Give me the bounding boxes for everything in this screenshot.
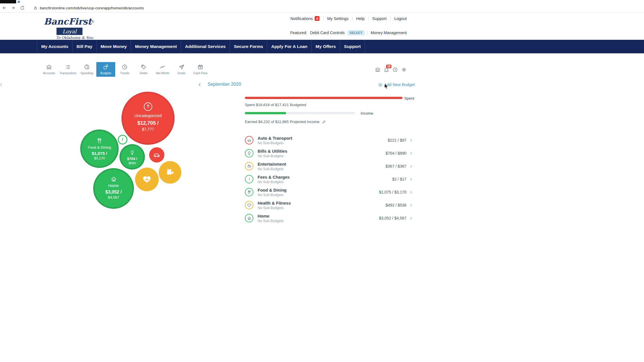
chevron-right-icon [409, 139, 413, 142]
nav-bill-pay[interactable]: Bill Pay [72, 40, 96, 53]
notifications-bell-icon[interactable]: 18 [384, 67, 389, 73]
logout-link[interactable]: Logout [390, 16, 407, 21]
bubble-bills-utilities[interactable]: $704 / $890 [119, 144, 145, 170]
screenshot-root: bancfirstonline.com/tob/live/usp-core/ap… [0, 0, 644, 362]
main-nav: My Accounts Bill Pay Move Money Money Ma… [0, 40, 644, 53]
browser-toolbar: bancfirstonline.com/tob/live/usp-core/ap… [0, 3, 644, 13]
budget-list: Auto & Transport No Sub-Budgets $221 / $… [245, 134, 413, 225]
tab-spending[interactable]: Spending [77, 62, 96, 77]
bubble-name: Food & Dining [88, 145, 111, 150]
budget-name: Food & Dining [258, 188, 286, 192]
my-settings-link[interactable]: My Settings [323, 16, 352, 21]
back-icon[interactable] [2, 5, 7, 10]
browser-tab[interactable] [0, 0, 16, 3]
chevron-right-icon [409, 190, 413, 194]
bubble-spent: $12,705 / [137, 120, 158, 126]
nav-secure-forms[interactable]: Secure Forms [230, 40, 267, 53]
lightbulb-icon [245, 149, 253, 157]
tab-goals[interactable]: Goals [172, 62, 191, 77]
help-icon[interactable]: ? [392, 67, 398, 73]
income-bar-label: Income [361, 111, 373, 115]
income-progress-fill [245, 112, 286, 114]
previous-month-icon[interactable] [197, 82, 202, 87]
help-link[interactable]: Help [352, 16, 368, 21]
bubble-food-dining[interactable]: Food & Dining $1,075 / $3,170 [80, 130, 119, 168]
paper-plane-icon [179, 64, 184, 70]
utility-links: Notifications 4 My Settings Help Support… [290, 16, 407, 21]
nav-support[interactable]: Support [340, 40, 365, 53]
tab-cash-flow[interactable]: $ Cash Flow [191, 62, 210, 77]
price-tag-icon [141, 64, 147, 70]
bubble-entertainment[interactable] [159, 161, 181, 184]
bubble-auto-transport[interactable] [149, 147, 164, 163]
bubble-spent: $1,075 / [92, 151, 107, 156]
select-button[interactable]: SELECT [347, 30, 365, 35]
tab-budgets[interactable]: Budgets [96, 62, 115, 77]
tab-transactions[interactable]: Transactions [58, 62, 77, 77]
notifications-link[interactable]: Notifications 4 [290, 16, 323, 21]
period-label: September 2020 [208, 82, 241, 87]
bubble-spent: $3,052 / [105, 190, 122, 195]
video-camera-icon [166, 168, 174, 177]
bubble-fees-charges[interactable]: ! [118, 135, 127, 144]
tab-net-worth[interactable]: Net Worth [153, 62, 172, 77]
bancfirst-logo[interactable]: BancFirst® Loyal To Oklahoma & You: [44, 16, 94, 41]
institution-icon[interactable] [375, 67, 380, 73]
nav-additional-services[interactable]: Additional Services [181, 40, 230, 53]
registered-mark: ® [92, 20, 94, 23]
tab-accounts[interactable]: Accounts [40, 62, 58, 77]
budget-row-food-dining[interactable]: Food & Dining No Sub-Budgets $1,075 / $3… [245, 186, 413, 199]
budget-row-home[interactable]: Home No Sub-Budgets $3,052 / $4,567 [245, 212, 413, 225]
reload-icon[interactable] [20, 5, 25, 10]
nav-my-offers[interactable]: My Offers [311, 40, 340, 53]
tab-trends[interactable]: Trends [115, 62, 134, 77]
budget-sub: No Sub-Budgets [258, 180, 290, 184]
budget-row-fees-charges[interactable]: Fees & Charges No Sub-Budgets $2 / $17 [245, 173, 413, 186]
budget-sub: No Sub-Budgets [258, 154, 287, 158]
car-icon [245, 136, 253, 144]
edit-pencil-icon[interactable] [322, 120, 326, 124]
bubble-budget: $4,567 [108, 195, 119, 199]
budget-row-bills-utilities[interactable]: Bills & Utilities No Sub-Budgets $704 / … [245, 147, 413, 160]
support-link[interactable]: Support [368, 16, 390, 21]
bubble-budget: $3,170 [94, 156, 105, 160]
address-bar[interactable]: bancfirstonline.com/tob/live/usp-core/ap… [40, 6, 144, 10]
utensils-icon [96, 138, 103, 144]
nav-money-management[interactable]: Money Management [131, 40, 181, 53]
carousel-left-icon[interactable] [0, 82, 4, 87]
gear-icon[interactable] [401, 67, 407, 73]
bubble-budget: $890 [129, 161, 136, 165]
chevron-right-icon [409, 216, 413, 220]
nav-my-accounts[interactable]: My Accounts [37, 40, 72, 53]
tab-debts[interactable]: Debts [134, 62, 153, 77]
budget-row-health-fitness[interactable]: Health & Fitness No Sub-Budgets $492 / $… [245, 199, 413, 212]
bubbles-icon [103, 64, 109, 70]
utensils-icon [245, 188, 253, 196]
svg-text:$: $ [200, 66, 201, 69]
logo-text: BancFirst [44, 16, 92, 27]
budget-value: $3,052 / $4,567 [379, 216, 406, 220]
nav-apply-loan[interactable]: Apply For A Loan [267, 40, 311, 53]
forward-icon[interactable] [11, 5, 16, 10]
bubble-health-fitness[interactable] [135, 168, 159, 191]
bubble-uncategorized[interactable]: ? Uncategorized $12,705 / $7,777 [121, 92, 175, 145]
budget-row-auto-transport[interactable]: Auto & Transport No Sub-Budgets $221 / $… [245, 134, 413, 147]
featured-label: Featured: [290, 30, 307, 35]
question-icon: ? [144, 102, 152, 111]
clock-icon [122, 64, 128, 70]
car-icon [153, 151, 160, 159]
budget-row-entertainment[interactable]: Entertainment No Sub-Budgets $367 / $367 [245, 160, 413, 173]
bubble-home[interactable]: Home $3,052 / $4,567 [93, 168, 134, 209]
chevron-right-icon [409, 164, 413, 168]
budget-value: $704 / $890 [386, 151, 406, 155]
spent-summary-text: Spent $18,618 of $17,421 Budgeted [245, 103, 306, 107]
chevron-right-icon [409, 152, 413, 155]
budget-value: $221 / $97 [388, 138, 406, 142]
money-management-link[interactable]: Money Management [371, 30, 407, 35]
logo-tagline: To Oklahoma & You: [56, 36, 106, 40]
budget-sub: No Sub-Budgets [258, 206, 291, 210]
bell-badge: 18 [386, 65, 391, 68]
line-chart-icon [160, 64, 166, 70]
nav-move-money[interactable]: Move Money [96, 40, 131, 53]
home-icon [110, 176, 117, 182]
